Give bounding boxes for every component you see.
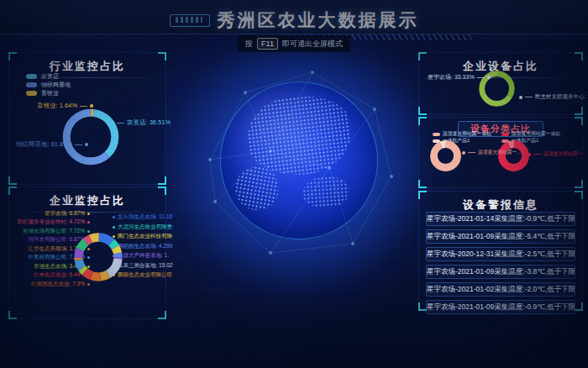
- chart-label: 星宇农场: 6.87%: [9, 209, 90, 218]
- chart-label-agristore: 农资店: 36.51%: [111, 118, 171, 127]
- panel-enterprise-ratio: 企业监控占比 星宇农场: 6.87% 彩虹服务专业合作社: 4.72% 家绿农场…: [8, 187, 166, 319]
- legend-item[interactable]: 温湿度光照结露一体机: [433, 131, 491, 137]
- label-dot: [87, 213, 90, 215]
- label-dot: [111, 121, 114, 124]
- chart-label-minzhu: 民主村党群服务中心:: [519, 93, 585, 101]
- leader-line: [468, 152, 475, 153]
- header: 秀洲区农业大数据展示: [0, 0, 588, 34]
- alarm-row: 星宇农场-2021-01-09采集温度:-5.4℃,低于下限:0℃: [426, 229, 575, 244]
- label-dot: [462, 151, 465, 155]
- continent-dots: [301, 175, 349, 209]
- label-dot: [113, 226, 115, 229]
- legend-swatch: [26, 74, 37, 79]
- tip-suffix: 即可退出全屏模式: [282, 39, 343, 50]
- alarm-row: 星宇农场-2021-01-09采集温度:-0.9℃,低于下限:0℃: [426, 300, 575, 314]
- category-donut-left[interactable]: [430, 140, 461, 171]
- leader-line: [75, 145, 82, 145]
- corner-bracket: [8, 187, 17, 195]
- brand-row: 秀洲区农业大数据展示: [0, 8, 588, 32]
- legend-item[interactable]: 温湿度光照结露一体机: [501, 131, 560, 137]
- chart-label: 北斗翔生态农场: 11.16%: [113, 213, 173, 223]
- legend-item[interactable]: 畜牧业: [26, 90, 71, 97]
- tip-prefix: 按: [245, 39, 253, 50]
- globe-visualization: [220, 81, 378, 239]
- f11-key: F11: [257, 38, 278, 50]
- legend-item[interactable]: 物联网基地: [26, 81, 71, 88]
- continent-dots: [243, 91, 354, 181]
- corner-bracket: [575, 191, 583, 199]
- legend-label: 畜牧业: [41, 89, 59, 97]
- legend-swatch: [433, 133, 440, 136]
- chart-label-livestock: 畜牧业: 1.64%: [37, 102, 93, 110]
- leader-line: [477, 77, 485, 78]
- label-dot: [487, 76, 491, 79]
- corner-bracket: [418, 107, 427, 115]
- panel-device-ratio: 企业设备占比 星宇农场: 33.33% 民主村党群服务中心:: [418, 52, 583, 115]
- legend-swatch: [501, 133, 509, 136]
- panel-title: 企业监控占比: [9, 187, 165, 208]
- corner-bracket: [418, 191, 427, 199]
- chart-label-xingyu: 星宇农场: 33.33%: [428, 73, 491, 81]
- label-dot: [90, 104, 93, 108]
- chart-label: 彩虹服务专业合作社: 4.72%: [9, 218, 90, 228]
- corner-bracket: [575, 302, 583, 311]
- panel-device-alarms: 设备警报信息 星宇农场-2021-01-14采集温度:-0.9℃,低于下限:0℃…: [418, 191, 583, 311]
- alarm-row: 星宇农场-2021-01-02采集温度:-2.0℃,低于下限:0℃: [426, 282, 575, 297]
- legend-label: 物联网基地: [41, 81, 71, 89]
- corner-bracket: [575, 107, 583, 115]
- label-dot: [87, 283, 90, 286]
- corner-bracket: [8, 176, 17, 185]
- chart-label-left: 温湿度光照结露一...: [462, 149, 521, 156]
- header-decoration-left: [0, 34, 178, 39]
- legend-label: 农资店: [41, 72, 59, 81]
- chart-label-iot-base: 物联网基地: 61.85%: [16, 140, 88, 149]
- corner-bracket: [575, 52, 583, 60]
- leader-line: [80, 106, 87, 107]
- alarm-row: 星宇农场-2021-01-14采集温度:-0.9℃,低于下限:0℃: [426, 212, 575, 226]
- legend-swatch: [26, 82, 37, 87]
- industry-legend: 农资店 物联网基地 畜牧业: [26, 73, 71, 98]
- legend-item[interactable]: 农资店: [26, 73, 71, 80]
- corner-bracket: [575, 180, 583, 188]
- alarm-list: 星宇农场-2021-01-14采集温度:-0.9℃,低于下限:0℃ 星宇农场-2…: [426, 212, 575, 318]
- alarm-row: 星宇农场-2020-12-31采集温度:-2.5℃,低于下限:0℃: [426, 247, 575, 261]
- alarm-row: 星宇农场-2021-01-09采集温度:-3.8℃,低于下限:0℃: [426, 265, 575, 279]
- dashboard: 秀洲区农业大数据展示 按 F11 即可退出全屏模式 行业监控占比: [0, 0, 588, 368]
- corner-bracket: [158, 187, 166, 195]
- brand-logo: [170, 14, 210, 27]
- label-dot: [87, 221, 90, 223]
- label-dot: [113, 216, 115, 218]
- corner-bracket: [418, 52, 427, 60]
- leader-line: [533, 154, 541, 155]
- leader-line: [117, 123, 124, 124]
- corner-bracket: [8, 52, 17, 60]
- header-decoration-right: [470, 34, 588, 39]
- panel-title: 行业监控占比: [9, 53, 165, 74]
- fullscreen-tip: 按 F11 即可退出全屏模式: [238, 35, 350, 52]
- continent-dots: [232, 163, 282, 213]
- corner-bracket: [158, 176, 166, 185]
- corner-bracket: [575, 117, 583, 125]
- corner-bracket: [8, 311, 17, 319]
- page-title: 秀洲区农业大数据展示: [218, 8, 419, 32]
- industry-donut-chart[interactable]: [59, 105, 123, 169]
- legend-swatch: [26, 91, 37, 96]
- corner-bracket: [158, 52, 166, 60]
- chart-label-right: 温湿度光照结露一...: [528, 150, 586, 158]
- corner-bracket: [418, 180, 427, 188]
- corner-bracket: [158, 311, 166, 319]
- panel-device-category: 设备分类占比 温湿度光照结露一体机 一体机产品1 温湿度光照结露一体机: [418, 117, 583, 188]
- label-dot: [528, 153, 531, 156]
- panel-title: 设备警报信息: [419, 192, 582, 213]
- enterprise-donut-chart[interactable]: [72, 231, 124, 283]
- corner-bracket: [418, 117, 427, 125]
- label-dot: [519, 96, 522, 99]
- leader-line: [525, 97, 533, 97]
- panel-industry-ratio: 行业监控占比 农资店 物联网基地 畜牧业 畜牧业: [8, 52, 166, 185]
- label-dot: [85, 143, 88, 146]
